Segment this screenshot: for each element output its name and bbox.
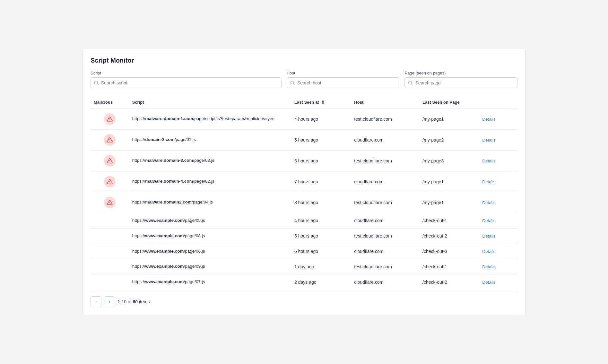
malicious-cell: [91, 108, 129, 129]
host-search-group: Host: [287, 71, 400, 88]
malicious-cell: [91, 274, 129, 290]
details-link[interactable]: Details: [482, 249, 495, 254]
col-details-header: [479, 96, 517, 109]
details-cell: Details: [479, 108, 517, 129]
col-malicious-header: Malicious: [91, 96, 129, 109]
host-search-label: Host: [287, 71, 400, 75]
pagination-summary: 1-10 of 60 items: [117, 299, 150, 304]
table-row: https://malware.domain-3.com/page/03.js6…: [91, 150, 517, 171]
script-url: https://www.example.com/page/09.js: [132, 264, 205, 269]
host-cell: cloudflare.com: [351, 213, 419, 228]
table-row: https://www.example.com/page/06.js6 hour…: [91, 244, 517, 259]
details-link[interactable]: Details: [482, 264, 495, 269]
script-cell: https://www.example.com/page/06.js: [129, 244, 291, 259]
script-search-group: Script: [91, 71, 282, 88]
last-seen-cell: 6 hours ago: [291, 150, 351, 171]
table-row: https://domain-2.com/page/01.js5 hours a…: [91, 129, 517, 150]
host-cell: test.cloudflare.com: [351, 259, 419, 274]
search-row: Script Host Page (seen on pages): [91, 71, 517, 88]
page-cell: /my-page1: [419, 108, 479, 129]
warning-icon: [107, 137, 113, 143]
last-seen-cell: 7 hours ago: [291, 171, 351, 192]
host-cell: test.cloudflare.com: [351, 192, 419, 213]
last-seen-cell: 5 hours ago: [291, 129, 351, 150]
malicious-cell: [91, 129, 129, 150]
page-search-label: Page (seen on pages): [404, 71, 517, 75]
prev-page-button[interactable]: ‹: [91, 296, 101, 307]
alert-badge: [104, 155, 116, 167]
script-search-wrap: [91, 77, 282, 88]
details-link[interactable]: Details: [482, 280, 495, 285]
alert-badge: [104, 134, 116, 146]
page-search-group: Page (seen on pages): [404, 71, 517, 88]
search-host-input[interactable]: [287, 77, 400, 88]
malicious-icon: [94, 197, 126, 208]
details-link[interactable]: Details: [482, 179, 495, 184]
page-cell: /check-out-1: [419, 259, 479, 274]
script-cell: https://www.example.com/page/08.js: [129, 228, 291, 244]
details-link[interactable]: Details: [482, 234, 495, 238]
warning-icon: [107, 158, 113, 164]
table-row: https://www.example.com/page/09.js1 day …: [91, 259, 517, 274]
script-cell: https://www.example.com/page/05.js: [129, 213, 291, 228]
malicious-icon: [94, 176, 126, 187]
page-cell: /my-page1: [419, 192, 479, 213]
next-page-button[interactable]: ›: [104, 296, 115, 307]
script-url: https://domain-2.com/page/01.js: [132, 137, 196, 142]
malicious-cell: [91, 259, 129, 274]
malicious-cell: [91, 150, 129, 171]
host-cell: cloudflare.com: [351, 244, 419, 259]
page-title: Script Monitor: [91, 57, 517, 64]
details-cell: Details: [479, 244, 517, 259]
table-header-row: Malicious Script Last Seen at ⇅ Host Las…: [91, 96, 517, 109]
script-cell: https://malware.domain2.com/page/04.js: [129, 192, 291, 213]
page-cell: /check-out-2: [419, 228, 479, 244]
script-url: https://malware.domain-4.com/page/02.js: [132, 179, 214, 184]
host-cell: test.cloudflare.com: [351, 228, 419, 244]
table-row: https://www.example.com/page/07.js2 days…: [91, 274, 517, 290]
script-cell: https://malware.domain-1.com/page/script…: [129, 108, 291, 129]
search-script-input[interactable]: [91, 77, 282, 88]
page-cell: /my-page2: [419, 129, 479, 150]
alert-badge: [104, 176, 116, 187]
search-page-input[interactable]: [404, 77, 517, 88]
script-url: https://malware.domain-1.com/page/script…: [132, 116, 274, 121]
script-url: https://malware.domain-3.com/page/03.js: [132, 158, 214, 163]
col-lastseenpage-header: Last Seen on Page: [419, 96, 479, 109]
script-url: https://www.example.com/page/06.js: [132, 249, 205, 254]
script-cell: https://www.example.com/page/07.js: [129, 274, 291, 290]
warning-icon: [107, 116, 113, 122]
warning-icon: [107, 179, 113, 185]
details-cell: Details: [479, 192, 517, 213]
malicious-icon: [94, 155, 126, 167]
host-cell: test.cloudflare.com: [351, 108, 419, 129]
alert-badge: [104, 197, 116, 208]
host-cell: cloudflare.com: [351, 129, 419, 150]
details-link[interactable]: Details: [482, 138, 495, 143]
page-cell: /check-out-2: [419, 274, 479, 290]
details-link[interactable]: Details: [482, 200, 495, 205]
last-seen-cell: 8 hours ago: [291, 192, 351, 213]
page-cell: /check-out-3: [419, 244, 479, 259]
col-lastseen-header[interactable]: Last Seen at ⇅: [291, 96, 351, 109]
details-cell: Details: [479, 228, 517, 244]
details-link[interactable]: Details: [482, 159, 495, 163]
script-cell: https://www.example.com/page/09.js: [129, 259, 291, 274]
col-host-header: Host: [351, 96, 419, 109]
malicious-cell: [91, 228, 129, 244]
script-url: https://malware.domain2.com/page/04.js: [132, 200, 213, 204]
page-cell: /my-page1: [419, 171, 479, 192]
malicious-cell: [91, 213, 129, 228]
scripts-table: Malicious Script Last Seen at ⇅ Host Las…: [91, 96, 517, 290]
last-seen-cell: 6 hours ago: [291, 244, 351, 259]
col-script-header: Script: [129, 96, 291, 109]
details-link[interactable]: Details: [482, 117, 495, 122]
details-link[interactable]: Details: [482, 218, 495, 223]
page-search-wrap: [404, 77, 517, 88]
malicious-cell: [91, 192, 129, 213]
malicious-icon: [94, 113, 126, 125]
host-cell: cloudflare.com: [351, 171, 419, 192]
host-cell: test.cloudflare.com: [351, 150, 419, 171]
table-row: https://malware.domain-1.com/page/script…: [91, 108, 517, 129]
script-url: https://www.example.com/page/08.js: [132, 233, 205, 238]
